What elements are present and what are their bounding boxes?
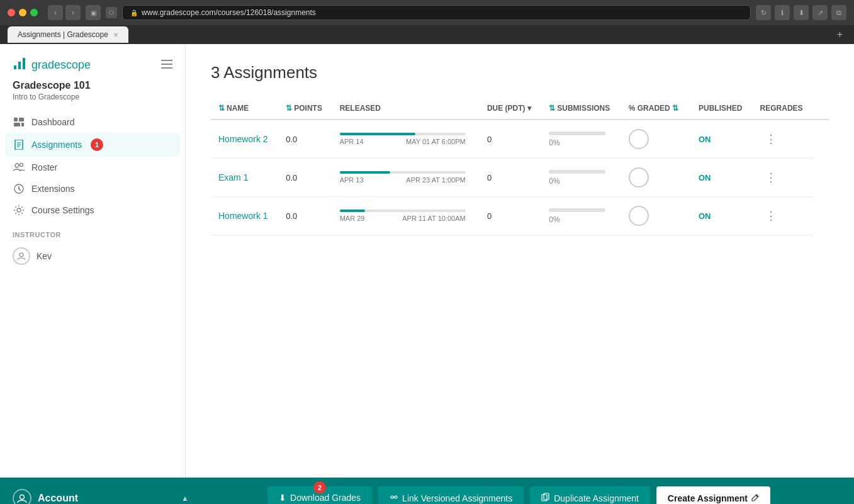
date-labels: APR 13 APR 23 AT 1:00PM bbox=[340, 176, 466, 184]
submissions-cell: 0 bbox=[480, 197, 541, 235]
active-tab[interactable]: Assignments | Gradescope ✕ bbox=[8, 26, 128, 43]
course-subtitle: Intro to Gradescope bbox=[13, 92, 172, 101]
fullscreen-button[interactable] bbox=[30, 9, 38, 16]
share-button[interactable]: ↗ bbox=[812, 5, 828, 20]
published-status-cell: ON bbox=[691, 120, 753, 159]
avatar bbox=[13, 247, 30, 265]
forward-button[interactable]: › bbox=[65, 5, 81, 20]
more-actions-button[interactable]: ⋮ bbox=[760, 207, 782, 225]
published-status-cell: ON bbox=[691, 159, 753, 197]
more-actions-cell: ⋮ bbox=[753, 197, 813, 235]
timeline-fill bbox=[340, 210, 365, 212]
logo-text: gradescope bbox=[31, 59, 91, 72]
submissions-cell: 0 bbox=[480, 159, 541, 197]
page-title: 3 Assignments bbox=[211, 63, 829, 82]
window-button[interactable]: ⧉ bbox=[831, 5, 846, 20]
refresh-button[interactable]: ↻ bbox=[756, 5, 771, 20]
due-date: APR 11 AT 10:00AM bbox=[402, 215, 465, 222]
svg-rect-2 bbox=[23, 58, 25, 69]
svg-point-14 bbox=[15, 164, 19, 167]
nav-buttons: ‹ › bbox=[48, 5, 81, 20]
sidebar-item-roster[interactable]: Roster bbox=[5, 157, 180, 178]
course-name: Gradescope 101 bbox=[13, 80, 172, 91]
col-regrades: REGRADES bbox=[753, 98, 813, 120]
published-status: ON bbox=[699, 135, 711, 144]
svg-point-15 bbox=[20, 164, 23, 167]
course-settings-label: Course Settings bbox=[31, 205, 94, 215]
more-actions-button[interactable]: ⋮ bbox=[760, 130, 782, 148]
date-range-cell: APR 14 MAY 01 AT 6:00PM bbox=[332, 120, 480, 159]
svg-rect-5 bbox=[161, 67, 172, 69]
download-grades-label: Download Grades bbox=[290, 493, 361, 503]
submissions-cell: 0 bbox=[480, 120, 541, 159]
svg-rect-0 bbox=[14, 65, 16, 69]
publish-toggle[interactable] bbox=[629, 206, 649, 226]
col-published: PUBLISHED bbox=[691, 98, 753, 120]
date-range-cell: MAR 29 APR 11 AT 10:00AM bbox=[332, 197, 480, 235]
logo-icon bbox=[13, 57, 26, 74]
assignment-name-cell: Homework 2 bbox=[211, 120, 278, 159]
graded-cell: 0% bbox=[541, 197, 621, 235]
edit-icon bbox=[751, 493, 759, 503]
more-actions-cell: ⋮ bbox=[753, 159, 813, 197]
assignment-name-cell: Homework 1 bbox=[211, 197, 278, 235]
publish-toggle[interactable] bbox=[629, 129, 649, 149]
tab-close-button[interactable]: ✕ bbox=[113, 31, 118, 38]
account-label: Account bbox=[38, 493, 78, 504]
col-points[interactable]: ⇅POINTS bbox=[278, 98, 332, 120]
extensions-icon: ⬡ bbox=[106, 7, 117, 18]
col-submissions[interactable]: ⇅SUBMISSIONS bbox=[541, 98, 621, 120]
svg-point-20 bbox=[17, 208, 21, 212]
info-button[interactable]: ℹ bbox=[775, 5, 790, 20]
sidebar-item-course-settings[interactable]: Course Settings bbox=[5, 199, 180, 221]
course-info: Gradescope 101 Intro to Gradescope bbox=[0, 80, 185, 111]
published-status: ON bbox=[699, 211, 711, 221]
account-section[interactable]: Account ▲ bbox=[13, 489, 189, 505]
sidebar-item-extensions[interactable]: Extensions bbox=[5, 178, 180, 199]
browser-chrome: ‹ › ▣ ⬡ 🔒 www.gradescope.com/courses/126… bbox=[0, 0, 854, 44]
duplicate-assignment-button[interactable]: Duplicate Assignment bbox=[530, 486, 650, 504]
close-button[interactable] bbox=[8, 9, 15, 16]
svg-point-19 bbox=[18, 188, 20, 189]
account-chevron-icon: ▲ bbox=[181, 494, 189, 503]
graded-pct: 0% bbox=[549, 138, 559, 147]
download-button[interactable]: ⬇ bbox=[794, 5, 809, 20]
sidebar-item-assignments[interactable]: Assignments 1 bbox=[5, 133, 180, 157]
back-button[interactable]: ‹ bbox=[48, 5, 63, 20]
create-assignment-button[interactable]: Create Assignment bbox=[656, 486, 770, 504]
published-cell bbox=[621, 197, 691, 235]
minimize-button[interactable] bbox=[19, 9, 26, 16]
table-header-row: ⇅NAME ⇅POINTS RELEASED DUE (PDT) ▾ ⇅SUBM… bbox=[211, 98, 829, 120]
roster-label: Roster bbox=[31, 162, 57, 172]
col-released[interactable]: RELEASED bbox=[332, 98, 480, 120]
app-window: gradescope Gradescope 101 Intro to Grade… bbox=[0, 44, 854, 478]
svg-rect-4 bbox=[161, 64, 172, 65]
collapse-sidebar-button[interactable] bbox=[161, 60, 172, 70]
link-icon bbox=[390, 493, 398, 503]
assignments-label: Assignments bbox=[31, 140, 82, 150]
release-date: APR 13 bbox=[340, 176, 364, 184]
address-bar[interactable]: 🔒 www.gradescope.com/courses/126018/assi… bbox=[122, 5, 751, 20]
date-range-cell: APR 13 APR 23 AT 1:00PM bbox=[332, 159, 480, 197]
col-due[interactable]: DUE (PDT) ▾ bbox=[480, 98, 541, 120]
svg-point-24 bbox=[395, 496, 397, 498]
instructor-name: Kev bbox=[37, 251, 52, 261]
sidebar-toggle[interactable]: ▣ bbox=[86, 5, 101, 20]
svg-point-23 bbox=[391, 496, 393, 498]
new-tab-button[interactable]: + bbox=[833, 25, 846, 44]
link-versioned-button[interactable]: Link Versioned Assignments bbox=[378, 486, 524, 504]
sidebar-item-dashboard[interactable]: Dashboard bbox=[5, 111, 180, 133]
more-actions-button[interactable]: ⋮ bbox=[760, 169, 782, 186]
due-date: MAY 01 AT 6:00PM bbox=[406, 138, 466, 145]
tab-bar: Assignments | Gradescope ✕ + bbox=[0, 25, 854, 44]
col-graded[interactable]: % GRADED ⇅ bbox=[621, 98, 691, 120]
col-actions bbox=[813, 98, 829, 120]
assignment-name-link[interactable]: Homework 1 bbox=[218, 211, 268, 221]
graded-bar bbox=[549, 132, 605, 135]
assignment-name-link[interactable]: Homework 2 bbox=[218, 134, 268, 144]
footer: Account ▲ 2 ⬇ Download Grades Link Versi… bbox=[0, 478, 854, 504]
graded-bar bbox=[549, 208, 605, 212]
col-name[interactable]: ⇅NAME bbox=[211, 98, 278, 120]
assignment-name-link[interactable]: Exam 1 bbox=[218, 172, 248, 182]
publish-toggle[interactable] bbox=[629, 167, 649, 188]
